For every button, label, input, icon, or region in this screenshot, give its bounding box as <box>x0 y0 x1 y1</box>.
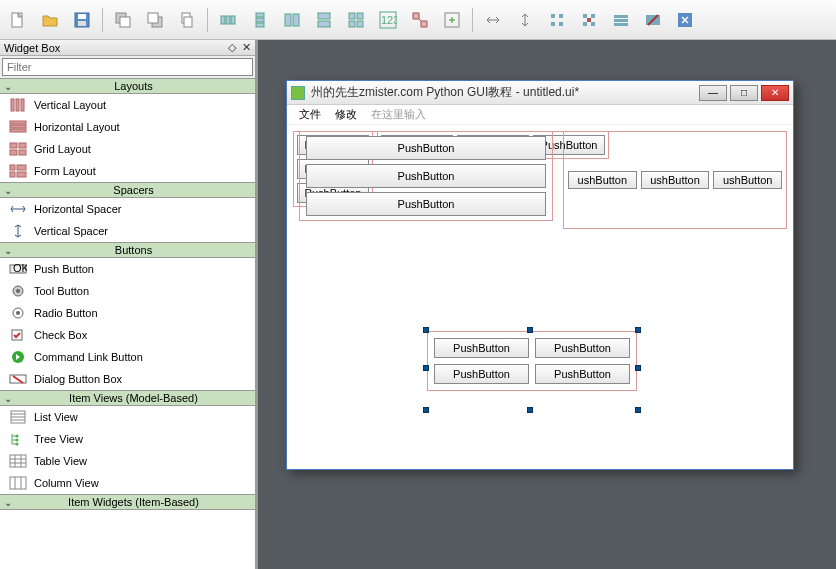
window-menubar[interactable]: 文件 修改 在这里输入 <box>287 105 793 125</box>
layout-v-icon[interactable] <box>246 6 274 34</box>
widget-item[interactable]: List View <box>0 406 255 428</box>
category-label: Buttons <box>16 244 251 256</box>
widget-item[interactable]: Horizontal Layout <box>0 116 255 138</box>
widget-item[interactable]: Vertical Spacer <box>0 220 255 242</box>
widget-item[interactable]: Tree View <box>0 428 255 450</box>
push-button[interactable]: PushButton <box>306 164 546 188</box>
tool-icon[interactable] <box>607 6 635 34</box>
tool-icon[interactable] <box>671 6 699 34</box>
push-button[interactable]: ushButton <box>568 171 637 189</box>
send-back-icon[interactable] <box>109 6 137 34</box>
svg-rect-27 <box>421 21 427 27</box>
chevron-down-icon: ⌄ <box>4 497 16 508</box>
svg-point-73 <box>16 435 19 438</box>
chevron-down-icon: ⌄ <box>4 81 16 92</box>
layout-vsplit-icon[interactable] <box>310 6 338 34</box>
widget-item[interactable]: Dialog Button Box <box>0 368 255 390</box>
minimize-button[interactable]: — <box>699 85 727 101</box>
widget-tree[interactable]: ⌄LayoutsVertical LayoutHorizontal Layout… <box>0 78 255 569</box>
save-file-icon[interactable] <box>68 6 96 34</box>
vertical-layout[interactable]: PushButton PushButton PushButton <box>299 131 553 221</box>
selection-handle[interactable] <box>423 327 429 333</box>
break-layout-icon[interactable] <box>406 6 434 34</box>
panel-float-icon[interactable]: ◇ <box>228 41 236 54</box>
selection-handle[interactable] <box>635 327 641 333</box>
widget-item-label: Tree View <box>34 433 83 445</box>
layout-hsplit-icon[interactable] <box>278 6 306 34</box>
push-button[interactable]: PushButton <box>306 192 546 216</box>
widget-item[interactable]: Horizontal Spacer <box>0 198 255 220</box>
push-button[interactable]: PushButton <box>434 364 529 384</box>
category-header[interactable]: ⌄Item Widgets (Item-Based) <box>0 494 255 510</box>
layout-form-icon[interactable]: 123 <box>374 6 402 34</box>
push-button[interactable]: PushButton <box>535 364 630 384</box>
svg-rect-12 <box>231 16 235 24</box>
tool-icon[interactable] <box>639 6 667 34</box>
close-button[interactable]: ✕ <box>761 85 789 101</box>
push-button[interactable]: ushButton <box>641 171 710 189</box>
category-header[interactable]: ⌄Spacers <box>0 182 255 198</box>
widget-item[interactable]: Form Layout <box>0 160 255 182</box>
widget-item-label: Table View <box>34 455 87 467</box>
maximize-button[interactable]: □ <box>730 85 758 101</box>
svg-rect-14 <box>256 18 264 22</box>
selection-handle[interactable] <box>527 327 533 333</box>
selection-handle[interactable] <box>635 365 641 371</box>
panel-title: Widget Box <box>4 42 60 54</box>
push-button[interactable]: ushButton <box>713 171 782 189</box>
toolbar-separator <box>102 8 103 32</box>
layout-h-icon[interactable] <box>214 6 242 34</box>
form-body[interactable]: PushButton PushButton PushButton ushButt… <box>287 125 793 469</box>
filter-input[interactable] <box>2 58 253 76</box>
svg-rect-18 <box>318 13 330 19</box>
category-header[interactable]: ⌄Buttons <box>0 242 255 258</box>
category-header[interactable]: ⌄Layouts <box>0 78 255 94</box>
selection-handle[interactable] <box>527 407 533 413</box>
grid-layout-selected[interactable]: PushButton PushButton PushButton PushBut… <box>427 331 637 391</box>
selection-handle[interactable] <box>635 407 641 413</box>
svg-rect-54 <box>19 150 26 155</box>
widget-item[interactable]: Grid Layout <box>0 138 255 160</box>
layout-grid-icon[interactable] <box>342 6 370 34</box>
widget-item[interactable]: Check Box <box>0 324 255 346</box>
svg-rect-46 <box>16 99 19 111</box>
widget-item[interactable]: OKPush Button <box>0 258 255 280</box>
category-label: Item Widgets (Item-Based) <box>16 496 251 508</box>
tool-icon[interactable] <box>543 6 571 34</box>
cmdlink-icon <box>8 349 28 365</box>
tool-icon[interactable] <box>575 6 603 34</box>
bring-front-icon[interactable] <box>141 6 169 34</box>
push-button[interactable]: PushButton <box>434 338 529 358</box>
window-titlebar[interactable]: 州的先生zmister.com Python GUI教程 - untitled.… <box>287 81 793 105</box>
widget-item[interactable]: Table View <box>0 450 255 472</box>
svg-rect-20 <box>349 13 355 19</box>
widget-item[interactable]: Vertical Layout <box>0 94 255 116</box>
menu-file[interactable]: 文件 <box>293 105 327 124</box>
selection-handle[interactable] <box>423 407 429 413</box>
open-file-icon[interactable] <box>36 6 64 34</box>
design-canvas[interactable]: 州的先生zmister.com Python GUI教程 - untitled.… <box>258 40 836 569</box>
push-button[interactable]: PushButton <box>535 338 630 358</box>
horizontal-layout[interactable]: ushButton ushButton ushButton <box>563 131 787 229</box>
svg-rect-52 <box>19 143 26 148</box>
widget-item-label: Check Box <box>34 329 87 341</box>
tool-icon[interactable] <box>511 6 539 34</box>
panel-close-icon[interactable]: ✕ <box>242 41 251 54</box>
push-button[interactable]: PushButton <box>306 136 546 160</box>
widget-item[interactable]: Command Link Button <box>0 346 255 368</box>
tool-icon[interactable] <box>479 6 507 34</box>
designed-window[interactable]: 州的先生zmister.com Python GUI教程 - untitled.… <box>286 80 794 470</box>
widget-item[interactable]: Radio Button <box>0 302 255 324</box>
menu-edit[interactable]: 修改 <box>329 105 363 124</box>
menu-type-here[interactable]: 在这里输入 <box>365 105 432 124</box>
adjust-size-icon[interactable] <box>438 6 466 34</box>
dlgbox-icon <box>8 371 28 387</box>
chevron-down-icon: ⌄ <box>4 185 16 196</box>
widget-item[interactable]: Tool Button <box>0 280 255 302</box>
copy-icon[interactable] <box>173 6 201 34</box>
selection-handle[interactable] <box>423 365 429 371</box>
new-file-icon[interactable] <box>4 6 32 34</box>
svg-rect-11 <box>226 16 230 24</box>
widget-item[interactable]: Column View <box>0 472 255 494</box>
category-header[interactable]: ⌄Item Views (Model-Based) <box>0 390 255 406</box>
